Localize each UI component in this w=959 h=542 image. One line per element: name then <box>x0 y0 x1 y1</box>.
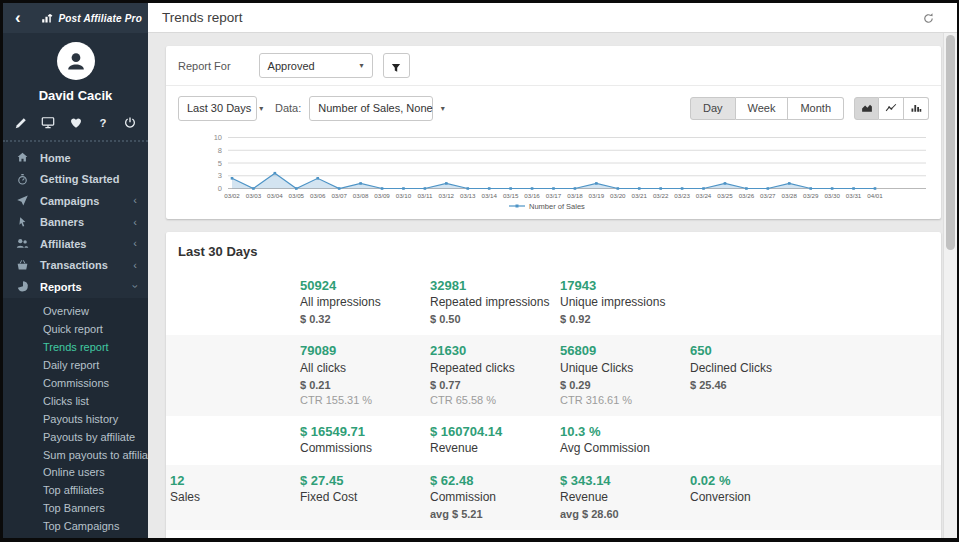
scrollbar-thumb[interactable] <box>946 35 955 250</box>
svg-text:03/28: 03/28 <box>782 192 798 199</box>
sidebar-item-overview[interactable]: Overview <box>3 303 148 321</box>
stat-label: Repeated impressions <box>430 295 560 309</box>
svg-text:03/18: 03/18 <box>567 192 583 199</box>
svg-text:03/07: 03/07 <box>331 192 347 199</box>
stat-declined-clicks: 650Declined Clicks$ 25.46 <box>690 343 820 405</box>
bar-chart-button[interactable] <box>904 97 929 120</box>
reports-submenu: OverviewQuick reportTrends reportDaily r… <box>3 298 148 539</box>
stat-label: Commissions <box>300 441 430 455</box>
paper-plane-icon <box>16 194 29 207</box>
sidebar-menu: HomeGetting StartedCampaigns‹Banners‹Aff… <box>3 147 148 298</box>
sidebar-item-sum-payouts-to-affiliates[interactable]: Sum payouts to affiliates <box>3 446 148 464</box>
sidebar-item-label: Campaigns <box>40 195 133 207</box>
summary-card: Last 30 Days 50924All impressions$ 0.323… <box>166 232 941 538</box>
logo-text: Post Affiliate Pro <box>58 13 142 24</box>
stat-avg-commission: 10.3 %Avg Commission <box>560 424 690 455</box>
day-button[interactable]: Day <box>690 97 736 120</box>
app-logo: Post Affiliate Pro <box>40 11 142 25</box>
sidebar-item-top-banners[interactable]: Top Banners <box>3 499 148 517</box>
stat-sub-value: $ 0.92 <box>560 313 690 325</box>
report-for-select[interactable]: Approved ▾ <box>259 53 373 78</box>
sidebar-item-daily-report[interactable]: Daily report <box>3 356 148 374</box>
content: Report For Approved ▾ Last 30 Days ▾ Dat… <box>148 33 943 538</box>
sidebar-item-top-affiliates[interactable]: Top affiliates <box>3 481 148 499</box>
sidebar-item-top-campaigns[interactable]: Top Campaigns <box>3 517 148 535</box>
stat-value: 21630 <box>430 343 560 359</box>
sidebar-item-payouts-history[interactable]: Payouts history <box>3 410 148 428</box>
stat-ctr: CTR 155.31 % <box>300 394 430 406</box>
chevron-down-icon: ▾ <box>352 61 364 70</box>
scrollbar[interactable] <box>943 33 957 538</box>
sidebar-item-online-users[interactable]: Online users <box>3 464 148 482</box>
sidebar-item-reports[interactable]: Reports‹ <box>3 276 148 298</box>
svg-text:03/12: 03/12 <box>439 192 455 199</box>
svg-text:03/15: 03/15 <box>503 192 519 199</box>
legend-label: Number of Sales <box>529 202 585 211</box>
data-value: Number of Sales, None <box>318 102 432 114</box>
line-chart-button[interactable] <box>879 97 904 120</box>
stat-sub-value: $ 0.29 <box>560 379 690 391</box>
refresh-icon[interactable] <box>922 11 935 24</box>
sidebar-item-affiliates[interactable]: Affiliates‹ <box>3 233 148 255</box>
sidebar-item-label: Getting Started <box>40 173 137 185</box>
stat-fixed-cost: $ 27.45Fixed Cost <box>300 473 430 520</box>
sidebar-item-commissions[interactable]: Commissions <box>3 374 148 392</box>
filter-button[interactable] <box>383 53 410 78</box>
question-icon[interactable]: ? <box>96 116 110 130</box>
stat-value: 10.3 % <box>560 424 690 440</box>
pencil-icon[interactable] <box>14 116 28 130</box>
stat-all-clicks: 79089All clicks$ 0.21CTR 155.31 % <box>300 343 430 405</box>
sidebar-item-transactions[interactable]: Transactions‹ <box>3 255 148 277</box>
svg-text:0: 0 <box>218 184 222 193</box>
area-chart-button[interactable] <box>854 97 879 120</box>
sidebar-item-campaigns[interactable]: Campaigns‹ <box>3 190 148 212</box>
stat-sub-value: $ 0.32 <box>300 313 430 325</box>
stat-sub-value: avg $ 28.60 <box>560 508 690 520</box>
stat-ctr: CTR 65.58 % <box>430 394 560 406</box>
sidebar-item-home[interactable]: Home <box>3 147 148 169</box>
sidebar-item-banners[interactable]: Banners‹ <box>3 212 148 234</box>
monitor-icon[interactable] <box>41 116 55 130</box>
back-button[interactable]: ‹ <box>9 5 32 31</box>
profile-toolbar: ? <box>3 103 148 139</box>
stat-label: Sales <box>170 490 300 504</box>
chart-card: Report For Approved ▾ Last 30 Days ▾ Dat… <box>166 46 941 219</box>
power-icon[interactable] <box>123 116 137 130</box>
sidebar-item-clicks-list[interactable]: Clicks list <box>3 392 148 410</box>
stat-sub-value: $ 0.77 <box>430 379 560 391</box>
week-button[interactable]: Week <box>736 97 789 120</box>
stat-revenue: $ 160704.14Revenue <box>430 424 560 455</box>
month-button[interactable]: Month <box>788 97 844 120</box>
topbar: Trends report <box>148 3 957 33</box>
svg-text:03/22: 03/22 <box>653 192 669 199</box>
report-for-value: Approved <box>268 60 315 72</box>
sidebar-item-label: Reports <box>40 281 133 293</box>
stats-row: 79089All clicks$ 0.21CTR 155.31 %21630Re… <box>166 335 941 415</box>
heart-icon[interactable] <box>69 116 83 130</box>
stats-row: $ 16549.71Commissions$ 160704.14Revenue1… <box>166 416 941 465</box>
period-select[interactable]: Last 30 Days ▾ <box>178 96 257 121</box>
profile-section: David Cacik <box>3 33 148 103</box>
stat-value: $ 160704.14 <box>430 424 560 440</box>
chevron-down-icon: ▾ <box>433 104 445 113</box>
stat-repeated-impressions: 32981Repeated impressions$ 0.50 <box>430 278 560 325</box>
stat-value: 0.02 % <box>690 473 820 489</box>
sidebar-item-getting-started[interactable]: Getting Started <box>3 169 148 191</box>
svg-text:03/21: 03/21 <box>631 192 647 199</box>
sidebar-item-payouts-by-affiliate[interactable]: Payouts by affiliate <box>3 428 148 446</box>
stat-label: Repeated clicks <box>430 361 560 375</box>
stat-value: $ 27.45 <box>300 473 430 489</box>
svg-text:03/30: 03/30 <box>824 192 840 199</box>
stat-sub-value: $ 25.46 <box>690 379 820 391</box>
data-select[interactable]: Number of Sales, None ▾ <box>309 96 433 121</box>
stat-value: $ 62.48 <box>430 473 560 489</box>
chevron-down-icon: ▾ <box>251 104 263 113</box>
stat-label: Avg Commission <box>560 441 690 455</box>
stat-value: $ 16549.71 <box>300 424 430 440</box>
svg-text:03/14: 03/14 <box>481 192 497 199</box>
stat-label: Unique Clicks <box>560 361 690 375</box>
sidebar-item-trends-report[interactable]: Trends report <box>3 338 148 356</box>
sidebar-item-quick-report[interactable]: Quick report <box>3 320 148 338</box>
sidebar-divider <box>3 140 148 142</box>
page-title: Trends report <box>162 10 243 25</box>
